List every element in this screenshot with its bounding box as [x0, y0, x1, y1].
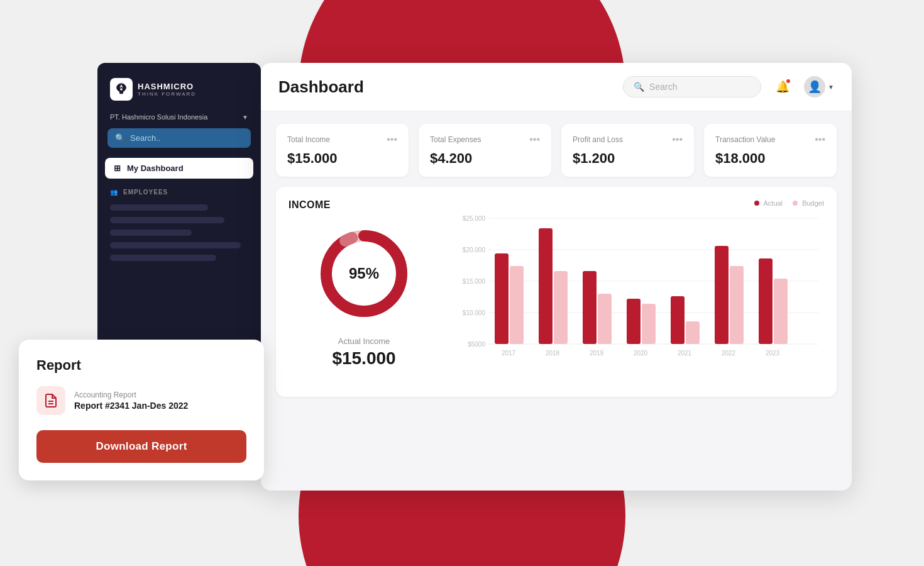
- sidebar-search-input[interactable]: [130, 133, 243, 143]
- stat-dots-profit[interactable]: •••: [672, 134, 683, 145]
- svg-text:2020: 2020: [634, 350, 648, 357]
- dashboard-icon: ⊞: [114, 164, 121, 173]
- svg-rect-18: [554, 271, 568, 344]
- company-name: PT. Hashmicro Solusi Indonesia: [110, 113, 207, 121]
- notification-dot: [786, 79, 790, 83]
- income-right: Actual Budget $25.000 $20.000 $15.000: [454, 199, 824, 384]
- svg-text:2019: 2019: [590, 350, 604, 357]
- main-panel: Dashboard 🔍 🔔 👤 ▼ Total Income •••: [261, 63, 852, 491]
- sidebar-section-employees: 👥 EMPLOYEES: [97, 181, 261, 201]
- sidebar-skeleton-4: [110, 242, 241, 248]
- stat-card-profit: Profit and Loss ••• $1.200: [561, 124, 694, 177]
- stat-label-expenses: Total Expenses: [430, 135, 481, 144]
- report-file-icon: [36, 386, 65, 415]
- sidebar-company[interactable]: PT. Hashmicro Solusi Indonesia ▼: [97, 111, 261, 128]
- stat-dots-expenses[interactable]: •••: [529, 134, 540, 145]
- user-menu[interactable]: 👤 ▼: [804, 76, 834, 97]
- download-report-button[interactable]: Download Report: [36, 430, 246, 463]
- page-title: Dashboard: [278, 77, 364, 97]
- sidebar-search-icon: 🔍: [115, 133, 125, 143]
- income-section: INCOME 95% Actual Income $15.000: [276, 187, 837, 397]
- svg-text:$20.000: $20.000: [463, 247, 486, 253]
- svg-rect-23: [671, 296, 685, 344]
- header-search-input[interactable]: [649, 82, 751, 92]
- legend-actual-dot: [754, 201, 759, 206]
- donut-percent: 95%: [349, 265, 379, 282]
- svg-rect-20: [598, 294, 612, 344]
- donut-chart: 95%: [314, 223, 414, 324]
- bar-chart-svg: $25.000 $20.000 $15.000 $10.000 $5000: [454, 212, 824, 382]
- svg-rect-0: [119, 93, 123, 94]
- sidebar-skeleton-5: [110, 255, 216, 261]
- svg-text:2021: 2021: [678, 350, 692, 357]
- report-item: Accounting Report Report #2341 Jan-Des 2…: [36, 386, 246, 415]
- header-search-icon: 🔍: [634, 82, 644, 92]
- income-title: INCOME: [289, 199, 331, 211]
- report-item-name: Report #2341 Jan-Des 2022: [74, 401, 188, 411]
- svg-rect-15: [495, 253, 509, 344]
- avatar: 👤: [804, 76, 825, 97]
- avatar-dropdown-icon: ▼: [828, 84, 834, 91]
- svg-text:2018: 2018: [546, 350, 560, 357]
- header-actions: 🔍 🔔 👤 ▼: [623, 75, 834, 98]
- svg-point-1: [120, 88, 123, 91]
- actual-income-value: $15.000: [332, 348, 395, 369]
- svg-rect-25: [715, 246, 729, 344]
- stat-label-transaction: Transaction Value: [715, 135, 775, 144]
- legend-budget: Budget: [793, 199, 824, 207]
- svg-text:$15.000: $15.000: [463, 278, 486, 285]
- legend-actual: Actual: [754, 199, 783, 207]
- stat-dots-transaction[interactable]: •••: [815, 134, 825, 145]
- stat-value-expenses: $4.200: [430, 150, 540, 167]
- stat-card-income: Total Income ••• $15.000: [276, 124, 409, 177]
- stat-card-expenses: Total Expenses ••• $4.200: [419, 124, 551, 177]
- company-dropdown-icon: ▼: [242, 114, 248, 121]
- svg-rect-27: [759, 258, 773, 344]
- svg-text:2023: 2023: [766, 350, 780, 357]
- svg-rect-22: [642, 304, 656, 344]
- svg-text:$10.000: $10.000: [463, 309, 486, 316]
- employees-group-icon: 👥: [110, 189, 118, 196]
- chart-legend: Actual Budget: [454, 199, 824, 207]
- svg-text:$25.000: $25.000: [463, 215, 486, 222]
- svg-rect-28: [774, 279, 788, 344]
- sidebar-logo: HASHMICRO THINK FORWARD: [97, 63, 261, 111]
- main-header: Dashboard 🔍 🔔 👤 ▼: [261, 63, 852, 111]
- stat-value-income: $15.000: [287, 150, 397, 167]
- report-item-details: Accounting Report Report #2341 Jan-Des 2…: [74, 391, 188, 411]
- logo-icon: [110, 78, 133, 101]
- notification-bell[interactable]: 🔔: [771, 75, 794, 98]
- svg-rect-26: [730, 266, 744, 344]
- sidebar-skeleton-1: [110, 204, 208, 211]
- stat-card-transaction: Transaction Value ••• $18.000: [704, 124, 837, 177]
- sidebar-item-label: My Dashboard: [127, 164, 184, 173]
- legend-budget-dot: [793, 201, 798, 206]
- sidebar-skeleton-2: [110, 217, 224, 223]
- stat-value-profit: $1.200: [573, 150, 683, 167]
- stat-label-income: Total Income: [287, 135, 330, 144]
- report-card-title: Report: [36, 357, 246, 374]
- svg-rect-16: [510, 266, 524, 344]
- svg-rect-21: [627, 299, 641, 344]
- stats-row: Total Income ••• $15.000 Total Expenses …: [261, 111, 852, 187]
- sidebar-item-dashboard[interactable]: ⊞ My Dashboard: [105, 158, 253, 179]
- sidebar-search-box[interactable]: 🔍: [107, 128, 251, 148]
- sidebar-skeleton-3: [110, 230, 192, 236]
- svg-text:2022: 2022: [722, 350, 736, 357]
- stat-dots-income[interactable]: •••: [387, 134, 397, 145]
- report-item-label: Accounting Report: [74, 391, 188, 399]
- stat-label-profit: Profit and Loss: [573, 135, 623, 144]
- income-left: INCOME 95% Actual Income $15.000: [289, 199, 439, 384]
- svg-text:$5000: $5000: [468, 341, 485, 348]
- svg-rect-19: [583, 271, 597, 344]
- svg-rect-17: [539, 228, 553, 344]
- stat-value-transaction: $18.000: [715, 150, 825, 167]
- logo-text: HASHMICRO THINK FORWARD: [138, 82, 196, 97]
- report-card: Report Accounting Report Report #2341 Ja…: [19, 340, 264, 480]
- svg-rect-24: [686, 321, 700, 344]
- actual-income-label: Actual Income: [338, 336, 390, 346]
- svg-text:2017: 2017: [502, 350, 516, 357]
- header-search-box[interactable]: 🔍: [623, 76, 761, 97]
